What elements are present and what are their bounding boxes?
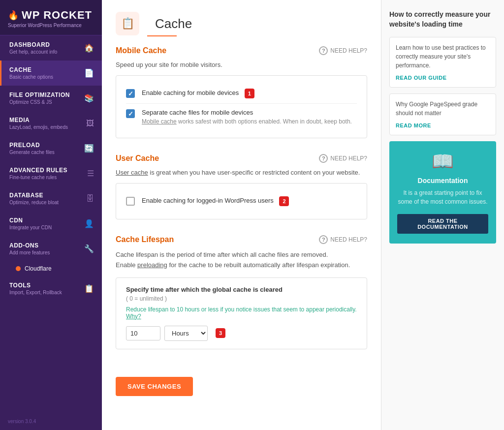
sidebar-version: version 3.0.4 — [0, 413, 102, 430]
mobile-cache-checkbox1[interactable]: ✓ — [126, 89, 135, 98]
preloading-link[interactable]: preloading — [137, 261, 167, 269]
mobile-cache-header: Mobile Cache ? NEED HELP? — [116, 46, 367, 55]
sidebar-item-cloudflare[interactable]: Cloudflare — [0, 261, 102, 276]
mobile-cache-option1-label: Enable caching for mobile devices — [142, 89, 239, 96]
sidebar-nav: DASHBOARD Get help, account info 🏠 CACHE… — [0, 35, 102, 413]
cache-lifespan-need-help[interactable]: ? NEED HELP? — [319, 235, 367, 244]
doc-card-title: Documentation — [397, 177, 488, 184]
why-link[interactable]: Why? — [126, 313, 141, 320]
tools-icon: 📋 — [84, 284, 94, 293]
cloudflare-dot — [16, 266, 21, 271]
logo-subtitle: Superior WordPress Performance — [8, 23, 94, 28]
help-circle-icon: ? — [319, 46, 328, 55]
cdn-icon: 👤 — [84, 219, 94, 228]
preload-icon: 🔄 — [84, 144, 94, 153]
doc-card-desc: It is a great starting point to fix some… — [397, 188, 488, 206]
sidebar-item-addons[interactable]: ADD-ONS Add more features 🔧 — [0, 236, 102, 261]
addons-icon: 🔧 — [84, 244, 94, 253]
mobile-cache-desc: Speed up your site for mobile visitors. — [116, 61, 367, 68]
logo-title: WP ROCKET — [22, 9, 92, 22]
user-cache-desc: User cache is great when you have user-s… — [116, 169, 367, 176]
sidebar-item-cache[interactable]: CACHE Basic cache options 📄 — [0, 61, 102, 86]
media-icon: 🖼 — [86, 119, 94, 128]
flame-icon: 🔥 — [8, 10, 19, 21]
page-title: Cache — [155, 16, 192, 31]
database-icon: 🗄 — [86, 194, 94, 203]
main-content: 📋 Cache Mobile Cache ? NEED HELP? Speed … — [102, 0, 381, 430]
logo: 🔥 WP ROCKET Superior WordPress Performan… — [0, 0, 102, 35]
lifespan-select[interactable]: Hours Minutes Days — [164, 326, 208, 341]
page-title-underline — [147, 35, 177, 36]
sidebar: 🔥 WP ROCKET Superior WordPress Performan… — [0, 0, 102, 430]
cache-lifespan-section: Cache Lifespan ? NEED HELP? Cache lifesp… — [116, 235, 367, 349]
cache-lifespan-header: Cache Lifespan ? NEED HELP? — [116, 235, 367, 244]
lifespan-box-subtitle: ( 0 = unlimited ) — [126, 295, 357, 302]
sidebar-item-advanced-rules[interactable]: ADVANCED RULES Fine-tune cache rules ☰ — [0, 161, 102, 186]
read-documentation-button[interactable]: READ THE DOCUMENTATION — [397, 214, 488, 234]
user-cache-option1-label: Enable caching for logged-in WordPress u… — [142, 197, 274, 204]
right-panel-title: How to correctly measure your website's … — [389, 10, 496, 29]
advanced-rules-icon: ☰ — [87, 169, 94, 178]
lifespan-input[interactable] — [126, 326, 160, 340]
mobile-cache-option2-row: ✓ Separate cache files for mobile device… — [126, 103, 357, 130]
user-cache-checkbox1[interactable] — [126, 197, 135, 206]
lifespan-hint: Reduce lifespan to 10 hours or less if y… — [126, 306, 357, 320]
user-cache-header: User Cache ? NEED HELP? — [116, 154, 367, 163]
user-cache-option1-row: Enable caching for logged-in WordPress u… — [126, 191, 357, 211]
cache-icon: 📄 — [84, 68, 94, 78]
sidebar-item-cdn[interactable]: CDN Integrate your CDN 👤 — [0, 211, 102, 236]
help-circle-icon-3: ? — [319, 235, 328, 244]
sidebar-item-file-optimization[interactable]: FILE OPTIMIZATION Optimize CSS & JS 📚 — [0, 86, 102, 111]
badge-2: 2 — [279, 196, 289, 206]
read-our-guide-link[interactable]: READ OUR GUIDE — [396, 75, 447, 81]
mobile-cache-option2-sublabel: Mobile cache works safest with both opti… — [142, 118, 352, 125]
user-cache-link[interactable]: User cache — [116, 169, 148, 176]
mobile-cache-option2-label: Separate cache files for mobile devices — [142, 109, 352, 116]
user-cache-section: User Cache ? NEED HELP? User cache is gr… — [116, 154, 367, 219]
cache-lifespan-box: Specify time after which the global cach… — [116, 277, 367, 349]
mobile-cache-link[interactable]: Mobile cache — [142, 118, 177, 125]
help-card-2: Why Google PageSpeed grade should not ma… — [389, 93, 496, 135]
sidebar-item-media[interactable]: MEDIA LazyLoad, emojis, embeds 🖼 — [0, 111, 102, 136]
read-more-link[interactable]: READ MORE — [396, 123, 431, 128]
save-changes-button[interactable]: SAVE CHANGES — [116, 377, 193, 396]
badge-1: 1 — [245, 89, 254, 98]
sidebar-item-database[interactable]: DATABASE Optimize, reduce bloat 🗄 — [0, 186, 102, 211]
page-header-row: 📋 Cache — [116, 12, 367, 35]
user-cache-title: User Cache — [116, 154, 159, 163]
user-cache-need-help[interactable]: ? NEED HELP? — [319, 154, 367, 163]
book-icon: 📖 — [397, 151, 488, 172]
cloudflare-label: Cloudflare — [25, 265, 52, 272]
right-panel: How to correctly measure your website's … — [381, 0, 504, 430]
user-cache-options: Enable caching for logged-in WordPress u… — [116, 183, 367, 219]
documentation-card: 📖 Documentation It is a great starting p… — [389, 141, 496, 244]
help-card-1: Learn how to use best practices to corre… — [389, 37, 496, 88]
page-icon: 📋 — [116, 12, 139, 35]
mobile-cache-checkbox2[interactable]: ✓ — [126, 109, 135, 118]
help-card-2-text: Why Google PageSpeed grade should not ma… — [396, 100, 490, 118]
lifespan-input-row: Hours Minutes Days 3 — [126, 326, 357, 341]
mobile-cache-section: Mobile Cache ? NEED HELP? Speed up your … — [116, 46, 367, 138]
file-opt-icon: 📚 — [84, 93, 94, 103]
mobile-cache-options: ✓ Enable caching for mobile devices 1 ✓ … — [116, 75, 367, 138]
mobile-cache-need-help[interactable]: ? NEED HELP? — [319, 46, 367, 55]
badge-3: 3 — [216, 328, 225, 338]
help-circle-icon-2: ? — [319, 154, 328, 163]
cache-lifespan-title: Cache Lifespan — [116, 235, 174, 244]
mobile-cache-option1-row: ✓ Enable caching for mobile devices 1 — [126, 84, 357, 103]
sidebar-item-preload[interactable]: PRELOAD Generate cache files 🔄 — [0, 136, 102, 161]
sidebar-item-dashboard[interactable]: DASHBOARD Get help, account info 🏠 — [0, 35, 102, 61]
mobile-cache-title: Mobile Cache — [116, 46, 166, 55]
cache-lifespan-desc: Cache lifespan is the period of time aft… — [116, 250, 367, 271]
home-icon: 🏠 — [84, 43, 94, 53]
lifespan-box-title: Specify time after which the global cach… — [126, 286, 357, 293]
sidebar-item-tools[interactable]: TOOLS Import, Export, Rollback 📋 — [0, 276, 102, 301]
help-card-1-text: Learn how to use best practices to corre… — [396, 43, 490, 70]
